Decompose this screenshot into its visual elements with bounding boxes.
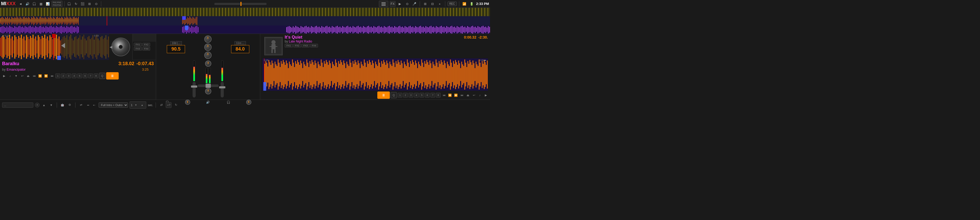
deck-right-fx4[interactable]: FX4	[310, 44, 318, 47]
fx-label-main[interactable]: FX1 FX2 FX3 FX4	[51, 1, 62, 7]
deck-right-rew[interactable]: ⏪	[447, 93, 453, 98]
help-icon[interactable]: +?	[166, 102, 172, 108]
window-icon[interactable]: ⊟	[430, 1, 435, 7]
deck-right-eject[interactable]: ⏏	[465, 93, 471, 98]
svg-rect-612	[453, 61, 454, 88]
deck-left-q-btn[interactable]: Q	[99, 73, 105, 79]
deck-left-fwd-btn[interactable]: ⏩	[43, 73, 49, 79]
mixer-headphone-knob-r[interactable]	[246, 100, 251, 105]
mixer-headphone-r[interactable]: 🎧	[226, 100, 231, 105]
mixer-gain-knob-l[interactable]	[205, 61, 211, 67]
record2-icon[interactable]: ⊙	[404, 1, 410, 7]
shuffle-icon[interactable]: ⇄	[159, 102, 164, 108]
deck-left-return-btn[interactable]: ↩	[19, 73, 25, 79]
deck-left-arrow-down[interactable]: ▼	[14, 73, 19, 79]
mic-icon[interactable]: 🎤	[412, 1, 417, 7]
deck-left-hotcue-2[interactable]: 2	[61, 74, 65, 78]
deck-left-hotcue-4[interactable]: 4	[72, 74, 76, 78]
auto-dj-settings-icon[interactable]: ⚙	[67, 102, 73, 108]
deck-left-rewind-btn[interactable]: ⏮	[32, 73, 37, 79]
deck-left-hotcue-7[interactable]: 7	[88, 74, 93, 78]
loop-icon[interactable]: ↻	[73, 1, 79, 7]
play2-icon[interactable]: ▶	[397, 1, 403, 7]
deck-left-fx4[interactable]: FX4	[142, 47, 150, 51]
search-input[interactable]	[2, 103, 33, 108]
deck-left-eject-btn[interactable]: ⏏	[25, 73, 31, 79]
mixer-left-fader[interactable]	[192, 82, 196, 98]
deck-right-ff[interactable]: ⏭	[459, 93, 465, 98]
deck-left-fx3[interactable]: FX3	[134, 47, 142, 51]
volume-icon[interactable]: 🔊	[24, 1, 30, 7]
svg-rect-374	[55, 38, 56, 56]
scroll-up-btn[interactable]: ▲	[41, 102, 47, 108]
deck-right-hotcue-7[interactable]: 7	[430, 93, 435, 98]
auto-dj-icon[interactable]: 🤖	[60, 102, 65, 108]
intro-outro-select[interactable]: Full Intro + Outro	[99, 103, 128, 108]
deck-left-fx2[interactable]: FX2	[142, 43, 150, 47]
deck-left-hotcue-8[interactable]: 8	[94, 74, 99, 78]
deck-left-fx1[interactable]: FX1	[134, 43, 142, 47]
deck-left-play-btn[interactable]: ⏸	[106, 72, 119, 80]
deck-right-hotcue-5[interactable]: 5	[420, 93, 424, 98]
waveform2-icon[interactable]: ⊞	[87, 1, 92, 7]
deck-left-rev-btn[interactable]: ⏪	[37, 73, 43, 79]
headphones-icon[interactable]: 🎧	[31, 1, 37, 7]
svg-rect-468	[305, 66, 306, 83]
deck-right-rewind[interactable]: ⏮	[441, 93, 447, 98]
deck-right-hotcue-8[interactable]: 8	[436, 93, 441, 98]
beat-up[interactable]: ▲	[139, 102, 145, 108]
mixer-right-fader[interactable]	[221, 82, 224, 98]
mixer-headphone-knob[interactable]	[185, 100, 190, 105]
record-icon[interactable]: ⊙	[94, 1, 99, 7]
grid-icon[interactable]: ⊞	[422, 1, 428, 7]
layout-icon-2[interactable]: ▪▫	[91, 102, 97, 108]
deck-right-hotcue-6[interactable]: 6	[425, 93, 430, 98]
mixer-knob-mid[interactable]	[204, 43, 212, 51]
headphone2-icon[interactable]: 🎧	[66, 1, 72, 7]
deck-left-caret[interactable]: ◀	[110, 45, 112, 49]
beat-down[interactable]: ▼	[133, 102, 139, 108]
dot-icon[interactable]: ●	[437, 1, 443, 7]
pitch-icon[interactable]: ⬛	[80, 1, 86, 7]
deck-right-beat[interactable]: ♪	[477, 93, 482, 98]
deck-left-ff-btn[interactable]: ⏭	[49, 73, 55, 79]
deck-right-play-btn[interactable]: ⏸	[377, 92, 390, 99]
mixer-knob-hi[interactable]	[204, 35, 212, 43]
scroll-down-btn[interactable]: ▼	[48, 102, 54, 108]
fx-rack-icon[interactable]: FX	[390, 1, 396, 7]
deck-left-hotcue-6[interactable]: 6	[83, 74, 88, 78]
deck-right-fwd[interactable]: ⏩	[453, 93, 458, 98]
deck-right-sync[interactable]: ▶	[483, 93, 488, 98]
layout-icon-1[interactable]: ▪▪	[85, 102, 91, 108]
back-icon[interactable]: ◄	[18, 1, 24, 7]
deck-right-fx2[interactable]: FX2	[293, 44, 301, 47]
deck-right-hotcue-3[interactable]: 3	[409, 93, 413, 98]
deck-left-hotcue-3[interactable]: 3	[66, 74, 71, 78]
svg-rect-137	[49, 26, 50, 33]
deck-right-q-btn[interactable]: Q	[391, 92, 397, 98]
deck-right-return[interactable]: ↩	[471, 93, 476, 98]
deck-left-hotcue-1[interactable]: 1	[56, 74, 60, 78]
repeat-icon[interactable]: ↻	[173, 102, 179, 108]
deck-right-hotcue-1[interactable]: 1	[398, 93, 402, 98]
svg-rect-226	[355, 27, 356, 32]
svg-rect-504	[342, 65, 343, 84]
clear-search-btn[interactable]: ✕	[35, 103, 40, 108]
rec-button[interactable]: REC	[448, 2, 457, 6]
mixer-knob-lo[interactable]	[204, 51, 212, 59]
crossfader[interactable]	[198, 85, 219, 87]
eq-icon[interactable]: ▦	[38, 1, 44, 7]
deck-right-hotcue-4[interactable]: 4	[414, 93, 419, 98]
deck-left-sync-btn[interactable]: ▶	[2, 73, 7, 79]
svg-rect-387	[72, 39, 73, 55]
vu-icon[interactable]: 📊	[45, 1, 51, 7]
library-icon[interactable]	[379, 1, 388, 7]
svg-rect-192	[311, 26, 312, 34]
deck-right-hotcue-2[interactable]: 2	[403, 93, 408, 98]
transition-icon[interactable]: ⇌	[78, 102, 84, 108]
deck-right-fx1[interactable]: FX1	[285, 44, 293, 47]
mixer-gain-knob-r[interactable]	[205, 88, 211, 94]
deck-left-hotcue-5[interactable]: 5	[77, 74, 82, 78]
deck-right-fx3[interactable]: FX3	[302, 44, 310, 47]
deck-left-beat-btn[interactable]: ♪	[8, 73, 13, 79]
